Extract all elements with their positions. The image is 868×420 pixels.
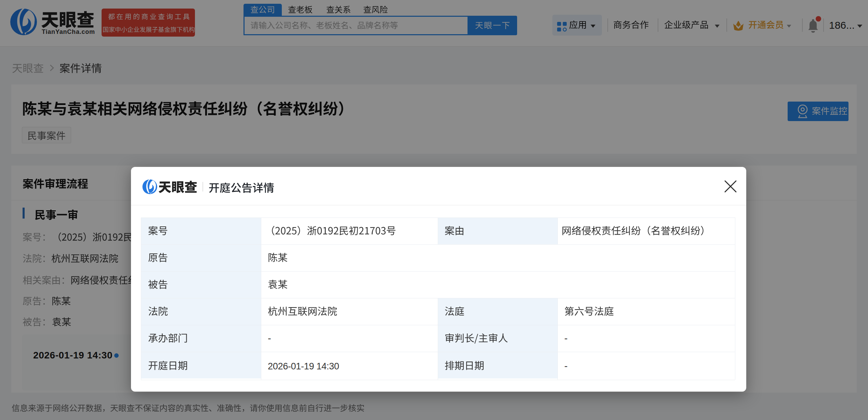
svg-text:2026-01-19 14:30: 2026-01-19 14:30 — [268, 361, 339, 371]
svg-text:-: - — [564, 333, 568, 344]
svg-text:-: - — [564, 360, 568, 371]
svg-text:-: - — [268, 333, 271, 344]
